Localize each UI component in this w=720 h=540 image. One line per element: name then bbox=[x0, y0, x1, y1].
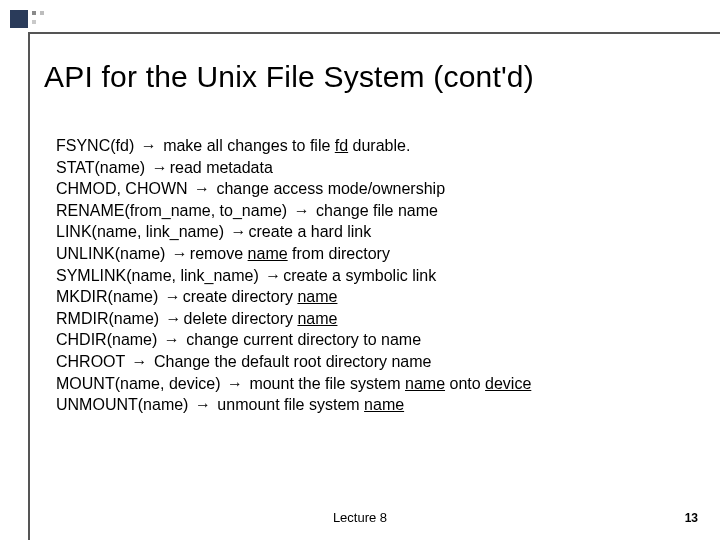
api-line-chdir: CHDIR(name) → change current directory t… bbox=[56, 329, 676, 351]
decor-line-vertical bbox=[28, 32, 30, 540]
api-desc: onto bbox=[445, 375, 485, 392]
api-underline: name bbox=[405, 375, 445, 392]
api-call: SYMLINK(name, link_name) bbox=[56, 267, 259, 284]
arrow-icon: → bbox=[193, 394, 213, 416]
api-desc: create a hard link bbox=[249, 223, 372, 240]
api-line-rename: RENAME(from_name, to_name) → change file… bbox=[56, 200, 676, 222]
api-line-rmdir: RMDIR(name) →delete directory name bbox=[56, 308, 676, 330]
api-underline: name bbox=[297, 310, 337, 327]
decor-square bbox=[10, 10, 28, 28]
api-desc: read metadata bbox=[170, 159, 273, 176]
arrow-icon: → bbox=[292, 200, 312, 222]
api-call: FSYNC(fd) bbox=[56, 137, 134, 154]
api-underline: name bbox=[297, 288, 337, 305]
api-line-fsync: FSYNC(fd) → make all changes to file fd … bbox=[56, 135, 676, 157]
slide-title: API for the Unix File System (cont'd) bbox=[44, 60, 534, 94]
api-call: STAT(name) bbox=[56, 159, 145, 176]
api-call: MOUNT(name, device) bbox=[56, 375, 220, 392]
api-desc: Change the default root directory name bbox=[150, 353, 432, 370]
footer-page-number: 13 bbox=[685, 511, 698, 525]
arrow-icon: → bbox=[229, 221, 249, 243]
api-call: RENAME(from_name, to_name) bbox=[56, 202, 287, 219]
api-underline: fd bbox=[335, 137, 348, 154]
api-call: CHDIR(name) bbox=[56, 331, 157, 348]
api-call: UNMOUNT(name) bbox=[56, 396, 188, 413]
api-line-chroot: CHROOT → Change the default root directo… bbox=[56, 351, 676, 373]
api-desc: mount the file system bbox=[245, 375, 405, 392]
api-call: RMDIR(name) bbox=[56, 310, 159, 327]
decor-line-horizontal bbox=[28, 32, 720, 34]
arrow-icon: → bbox=[163, 286, 183, 308]
api-desc: delete directory bbox=[184, 310, 298, 327]
api-underline: name bbox=[364, 396, 404, 413]
api-call: MKDIR(name) bbox=[56, 288, 158, 305]
api-desc: unmount file system bbox=[213, 396, 364, 413]
decor-dot bbox=[32, 11, 36, 15]
api-underline: name bbox=[248, 245, 288, 262]
api-desc: durable. bbox=[348, 137, 410, 154]
arrow-icon: → bbox=[164, 308, 184, 330]
api-line-unlink: UNLINK(name) →remove name from directory bbox=[56, 243, 676, 265]
api-line-symlink: SYMLINK(name, link_name) →create a symbo… bbox=[56, 265, 676, 287]
api-desc: create a symbolic link bbox=[283, 267, 436, 284]
arrow-icon: → bbox=[225, 373, 245, 395]
arrow-icon: → bbox=[139, 135, 159, 157]
api-desc: change access mode/ownership bbox=[212, 180, 445, 197]
api-desc: create directory bbox=[183, 288, 298, 305]
arrow-icon: → bbox=[192, 178, 212, 200]
api-desc: from directory bbox=[288, 245, 390, 262]
api-call: CHROOT bbox=[56, 353, 125, 370]
api-call: UNLINK(name) bbox=[56, 245, 165, 262]
api-line-mount: MOUNT(name, device) → mount the file sys… bbox=[56, 373, 676, 395]
api-underline: device bbox=[485, 375, 531, 392]
api-line-unmount: UNMOUNT(name) → unmount file system name bbox=[56, 394, 676, 416]
footer-lecture: Lecture 8 bbox=[0, 510, 720, 525]
api-line-mkdir: MKDIR(name) →create directory name bbox=[56, 286, 676, 308]
slide-body: FSYNC(fd) → make all changes to file fd … bbox=[56, 135, 676, 416]
api-desc: change current directory to name bbox=[182, 331, 421, 348]
decor-dot bbox=[40, 11, 44, 15]
api-desc: remove bbox=[190, 245, 248, 262]
arrow-icon: → bbox=[150, 157, 170, 179]
arrow-icon: → bbox=[263, 265, 283, 287]
arrow-icon: → bbox=[162, 329, 182, 351]
api-call: LINK(name, link_name) bbox=[56, 223, 224, 240]
arrow-icon: → bbox=[170, 243, 190, 265]
api-desc: change file name bbox=[312, 202, 438, 219]
api-line-stat: STAT(name) →read metadata bbox=[56, 157, 676, 179]
api-line-link: LINK(name, link_name) →create a hard lin… bbox=[56, 221, 676, 243]
decor-dot bbox=[32, 20, 36, 24]
arrow-icon: → bbox=[130, 351, 150, 373]
api-line-chmod-chown: CHMOD, CHOWN → change access mode/owners… bbox=[56, 178, 676, 200]
api-desc: make all changes to file bbox=[159, 137, 335, 154]
api-call: CHMOD, CHOWN bbox=[56, 180, 188, 197]
